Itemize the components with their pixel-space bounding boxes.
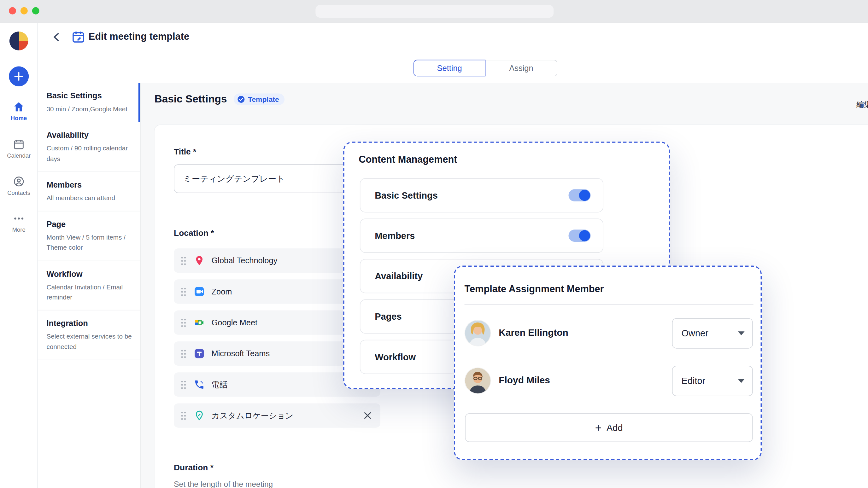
corner-edit-text[interactable]: 編集 [856,100,868,110]
google-meet-icon [194,317,205,328]
sidebar-item-members[interactable]: Members All members can attend [37,172,140,212]
cm-row-label: Availability [375,271,423,281]
role-select-value: Owner [682,328,708,338]
minimize-window-button[interactable] [21,7,28,14]
title-field-label: Title * [174,147,196,156]
sidebar-item-title: Workflow [46,269,133,278]
template-badge-label: Template [248,95,279,103]
rail-item-label: Home [0,115,37,121]
avatar-floyd [465,368,491,393]
contacts-icon [12,175,25,188]
cm-row-members[interactable]: Members [360,219,603,253]
custom-location-icon [194,410,205,421]
sidebar-item-title: Members [46,180,133,189]
sidebar-item-title: Basic Settings [46,91,133,100]
rail-item-contacts[interactable]: Contacts [0,175,37,196]
sidebar-item-subtitle: Custom / 90 rolling calendar days [46,143,133,164]
add-member-button[interactable]: + Add [465,413,753,442]
chevron-down-icon [738,331,745,335]
location-name: Microsoft Teams [211,349,270,358]
titlebar-pill [315,5,554,18]
sidebar-item-basic-settings[interactable]: Basic Settings 30 min / Zoom,Google Meet [37,83,140,122]
drag-handle-icon[interactable] [180,349,186,358]
section-heading-row: Basic Settings Template [155,93,285,105]
map-pin-icon [194,255,205,266]
location-name: Google Meet [211,318,257,327]
back-button[interactable] [49,29,64,45]
role-select-karen[interactable]: Owner [672,318,753,348]
drag-handle-icon[interactable] [180,380,186,389]
drag-handle-icon[interactable] [180,256,186,265]
cm-row-label: Members [375,230,415,241]
app-window: Home Calendar Contacts More Edit meeting… [0,0,868,488]
check-circle-icon [237,95,245,103]
chevron-left-icon [53,33,61,42]
sidebar-item-availability[interactable]: Availability Custom / 90 rolling calenda… [37,122,140,172]
template-assignment-title: Template Assignment Member [465,284,604,295]
duration-field-label: Duration * [174,462,214,472]
rail-item-home[interactable]: Home [0,101,37,121]
avatar-karen [465,320,491,346]
toggle-knob [579,230,590,241]
sidebar-item-integration[interactable]: Integration Select external services to … [37,311,140,360]
calendar-edit-icon [71,30,85,44]
sidebar-item-subtitle: Month View / 5 form items / Theme color [46,232,133,253]
template-assignment-card: Template Assignment Member Karen Ellingt… [454,265,762,460]
location-name: Zoom [211,287,232,296]
drag-handle-icon[interactable] [180,411,186,420]
location-row[interactable]: カスタムロケーション [174,403,380,427]
plus-icon: + [595,422,602,433]
tab-assign[interactable]: Assign [486,60,557,76]
basic-settings-toggle[interactable] [568,189,590,201]
member-row: Karen Ellington Owner [465,315,753,351]
app-rail: Home Calendar Contacts More [0,23,37,488]
location-name: Global Technology [211,256,277,265]
location-field-label: Location * [174,228,214,237]
page-header: Edit meeting template Setting Assign [37,23,868,83]
location-name: カスタムロケーション [211,410,293,421]
sidebar-item-subtitle: Calendar Invitation / Email reminder [46,282,133,302]
sidebar-item-subtitle: All members can attend [46,193,133,203]
tab-setting[interactable]: Setting [413,60,486,76]
calendar-icon [12,138,25,151]
content-management-title: Content Management [359,154,457,165]
sidebar-item-page[interactable]: Page Month View / 5 form items / Theme c… [37,212,140,261]
members-toggle[interactable] [568,229,590,242]
add-member-label: Add [607,422,623,433]
rail-item-label: Contacts [0,189,37,196]
cm-row-label: Basic Settings [375,190,438,200]
setting-assign-tabs: Setting Assign [413,60,557,76]
rail-item-more[interactable]: More [0,213,37,233]
sidebar-item-title: Page [46,220,133,229]
role-select-floyd[interactable]: Editor [672,365,753,396]
avatar-image [465,320,491,346]
rail-item-calendar[interactable]: Calendar [0,138,37,159]
avatar-image [465,368,491,393]
sidebar-item-subtitle: Select external services to be connected [46,332,133,352]
page-title: Edit meeting template [89,31,189,42]
settings-sidebar: Basic Settings 30 min / Zoom,Google Meet… [37,83,141,488]
duration-help-text: Set the length of the meeting [174,480,273,488]
drag-handle-icon[interactable] [180,318,186,327]
sidebar-item-subtitle: 30 min / Zoom,Google Meet [46,104,133,114]
member-row: Floyd Miles Editor [465,363,753,398]
cm-row-basic-settings[interactable]: Basic Settings [360,178,603,213]
zoom-icon [194,286,205,297]
section-heading: Basic Settings [155,93,227,105]
teams-icon [194,348,205,359]
os-titlebar [0,0,868,23]
close-window-button[interactable] [9,7,16,14]
sidebar-item-workflow[interactable]: Workflow Calendar Invitation / Email rem… [37,261,140,311]
rail-item-label: More [0,226,37,233]
member-name: Floyd Miles [499,375,550,386]
create-new-button[interactable] [9,67,29,86]
rail-item-label: Calendar [0,152,37,159]
drag-handle-icon[interactable] [180,287,186,296]
brand-logo-icon[interactable] [9,32,28,51]
remove-location-icon[interactable] [363,411,373,421]
role-select-value: Editor [682,376,706,386]
member-name: Karen Ellington [499,328,568,338]
sidebar-item-title: Availability [46,131,133,140]
chevron-down-icon [738,379,745,382]
zoom-window-button[interactable] [32,7,39,14]
